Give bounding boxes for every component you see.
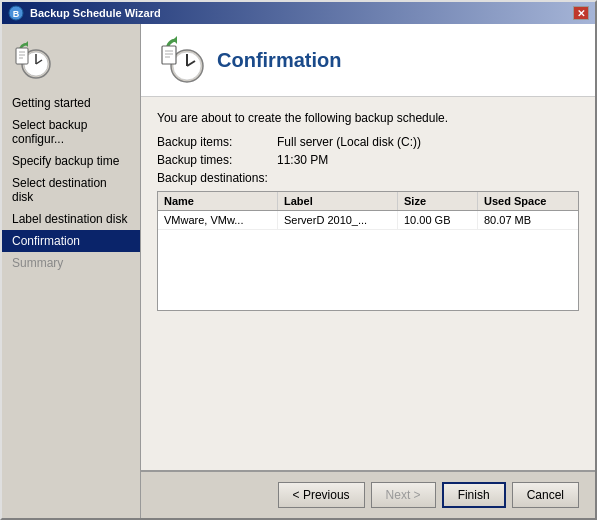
backup-times-label: Backup times: [157,153,277,167]
title-bar-left: B Backup Schedule Wizard [8,5,161,21]
svg-marker-6 [25,41,28,47]
sidebar-item-getting-started[interactable]: Getting started [2,92,140,114]
table-empty-space [158,230,578,310]
cell-label: ServerD 2010_... [278,211,398,229]
svg-rect-16 [162,46,176,64]
backup-times-row: Backup times: 11:30 PM [157,153,579,167]
header-icon [157,36,205,84]
title-bar: B Backup Schedule Wizard ✕ [2,2,595,24]
col-label: Label [278,192,398,210]
previous-button[interactable]: < Previous [278,482,365,508]
backup-items-label: Backup items: [157,135,277,149]
sidebar-item-summary[interactable]: Summary [2,252,140,274]
svg-text:B: B [13,9,20,19]
page-title: Confirmation [217,49,341,72]
table-row: VMware, VMw... ServerD 2010_... 10.00 GB… [158,211,578,230]
sidebar-item-select-backup[interactable]: Select backup configur... [2,114,140,150]
sidebar-header [2,32,140,92]
finish-button[interactable]: Finish [442,482,506,508]
main-panel: Confirmation You are about to create the… [141,24,595,518]
next-button[interactable]: Next > [371,482,436,508]
svg-marker-15 [173,36,177,44]
backup-destinations-label: Backup destinations: [157,171,579,185]
intro-text: You are about to create the following ba… [157,111,579,125]
backup-items-value: Full server (Local disk (C:)) [277,135,421,149]
sidebar-item-confirmation[interactable]: Confirmation [2,230,140,252]
cell-size: 10.00 GB [398,211,478,229]
cell-name: VMware, VMw... [158,211,278,229]
title-bar-icon: B [8,5,24,21]
main-content: You are about to create the following ba… [141,97,595,470]
content-area: Getting started Select backup configur..… [2,24,595,518]
window-title: Backup Schedule Wizard [30,7,161,19]
table-header: Name Label Size Used Space [158,192,578,211]
backup-items-row: Backup items: Full server (Local disk (C… [157,135,579,149]
sidebar-item-specify-time[interactable]: Specify backup time [2,150,140,172]
sidebar: Getting started Select backup configur..… [2,24,141,518]
cancel-button[interactable]: Cancel [512,482,579,508]
col-used-space: Used Space [478,192,578,210]
close-button[interactable]: ✕ [573,6,589,20]
col-size: Size [398,192,478,210]
footer: < Previous Next > Finish Cancel [141,470,595,518]
sidebar-item-select-destination[interactable]: Select destination disk [2,172,140,208]
main-header: Confirmation [141,24,595,97]
wizard-icon [12,40,52,80]
wizard-window: B Backup Schedule Wizard ✕ [0,0,597,520]
col-name: Name [158,192,278,210]
backup-times-value: 11:30 PM [277,153,328,167]
destinations-table: Name Label Size Used Space VMware, VMw..… [157,191,579,311]
cell-used-space: 80.07 MB [478,211,578,229]
sidebar-item-label-destination[interactable]: Label destination disk [2,208,140,230]
svg-rect-7 [16,48,28,64]
